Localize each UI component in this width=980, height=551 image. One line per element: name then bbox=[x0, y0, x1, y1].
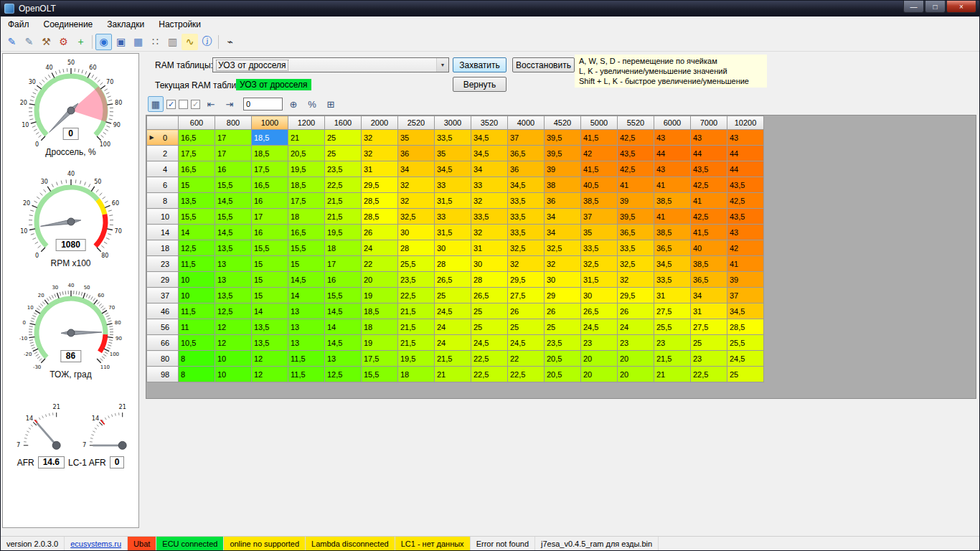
cell-0-2000[interactable]: 32 bbox=[362, 130, 398, 146]
cell-29-1600[interactable]: 16 bbox=[325, 272, 362, 288]
cell-37-600[interactable]: 10 bbox=[179, 288, 215, 303]
restore-button[interactable]: Восстановить bbox=[512, 57, 575, 72]
cell-18-10200[interactable]: 42 bbox=[727, 240, 764, 256]
cell-18-3520[interactable]: 31 bbox=[471, 240, 508, 256]
cell-14-1200[interactable]: 16,5 bbox=[288, 225, 325, 240]
cell-0-10200[interactable]: 43 bbox=[727, 130, 764, 146]
cell-29-600[interactable]: 10 bbox=[179, 272, 215, 288]
cell-8-2520[interactable]: 32 bbox=[398, 193, 435, 209]
column-header-3000[interactable]: 3000 bbox=[435, 116, 471, 130]
cell-46-4520[interactable]: 26 bbox=[545, 303, 581, 319]
cell-2-2520[interactable]: 36 bbox=[398, 146, 435, 161]
cell-29-7000[interactable]: 36,5 bbox=[691, 272, 727, 288]
cell-29-800[interactable]: 13 bbox=[215, 272, 252, 288]
cell-10-1200[interactable]: 18 bbox=[288, 209, 325, 225]
cell-23-5000[interactable]: 32,5 bbox=[581, 256, 618, 272]
cell-80-6000[interactable]: 21,5 bbox=[654, 351, 691, 367]
cell-14-1000[interactable]: 16 bbox=[252, 225, 288, 240]
table-plus-button[interactable]: ⊞ bbox=[323, 96, 339, 112]
cell-46-6000[interactable]: 27,5 bbox=[654, 303, 691, 319]
usb-plug-icon[interactable]: ⌁ bbox=[222, 34, 238, 50]
column-header-1600[interactable]: 1600 bbox=[325, 116, 362, 130]
cell-29-3520[interactable]: 28 bbox=[471, 272, 508, 288]
cell-6-6000[interactable]: 41 bbox=[654, 177, 691, 193]
row-header-8[interactable]: 8 bbox=[147, 193, 179, 209]
cell-14-600[interactable]: 14 bbox=[179, 225, 215, 240]
cell-4-6000[interactable]: 43 bbox=[654, 161, 691, 177]
cell-66-6000[interactable]: 23 bbox=[654, 335, 691, 351]
cell-56-2000[interactable]: 18 bbox=[362, 319, 398, 335]
cell-6-1200[interactable]: 18,5 bbox=[288, 177, 325, 193]
cell-14-1600[interactable]: 19,5 bbox=[325, 225, 362, 240]
cell-56-4520[interactable]: 25 bbox=[545, 319, 581, 335]
cell-37-3000[interactable]: 25 bbox=[435, 288, 471, 303]
cell-8-3520[interactable]: 32 bbox=[471, 193, 508, 209]
cell-10-2000[interactable]: 28,5 bbox=[362, 209, 398, 225]
cell-37-2520[interactable]: 22,5 bbox=[398, 288, 435, 303]
cell-2-3520[interactable]: 34,5 bbox=[471, 146, 508, 161]
cell-10-4000[interactable]: 33,5 bbox=[508, 209, 545, 225]
column-header-4520[interactable]: 4520 bbox=[545, 116, 581, 130]
column-header-5000[interactable]: 5000 bbox=[581, 116, 618, 130]
cell-66-4000[interactable]: 24,5 bbox=[508, 335, 545, 351]
cell-2-4000[interactable]: 36,5 bbox=[508, 146, 545, 161]
cell-8-5000[interactable]: 38,5 bbox=[581, 193, 618, 209]
cell-56-600[interactable]: 11 bbox=[179, 319, 215, 335]
cell-37-7000[interactable]: 34 bbox=[691, 288, 727, 303]
cell-10-2520[interactable]: 32,5 bbox=[398, 209, 435, 225]
cell-29-3000[interactable]: 26,5 bbox=[435, 272, 471, 288]
cell-18-6000[interactable]: 36,5 bbox=[654, 240, 691, 256]
column-header-2000[interactable]: 2000 bbox=[362, 116, 398, 130]
cell-46-4000[interactable]: 26 bbox=[508, 303, 545, 319]
cell-2-5000[interactable]: 42 bbox=[581, 146, 618, 161]
row-header-2[interactable]: 2 bbox=[147, 146, 179, 161]
cell-46-10200[interactable]: 34,5 bbox=[727, 303, 764, 319]
cell-8-1000[interactable]: 16 bbox=[252, 193, 288, 209]
cell-4-2000[interactable]: 31 bbox=[362, 161, 398, 177]
cell-18-1200[interactable]: 15,5 bbox=[288, 240, 325, 256]
cell-14-2000[interactable]: 26 bbox=[362, 225, 398, 240]
cell-14-10200[interactable]: 43 bbox=[727, 225, 764, 240]
close-button[interactable]: × bbox=[946, 1, 976, 13]
cell-80-600[interactable]: 8 bbox=[179, 351, 215, 367]
cell-37-3520[interactable]: 26,5 bbox=[471, 288, 508, 303]
cell-23-1600[interactable]: 17 bbox=[325, 256, 362, 272]
monitor-icon[interactable]: ▣ bbox=[113, 34, 129, 50]
cell-98-3520[interactable]: 22,5 bbox=[471, 367, 508, 382]
percent-button[interactable]: % bbox=[304, 96, 320, 112]
step-value-input[interactable] bbox=[243, 98, 283, 110]
cell-14-7000[interactable]: 41,5 bbox=[691, 225, 727, 240]
cell-66-7000[interactable]: 25 bbox=[691, 335, 727, 351]
shift-left-button[interactable]: ⇤ bbox=[203, 96, 219, 112]
cell-10-800[interactable]: 15,5 bbox=[215, 209, 252, 225]
cell-10-1600[interactable]: 21,5 bbox=[325, 209, 362, 225]
cell-23-3000[interactable]: 28 bbox=[435, 256, 471, 272]
cell-0-800[interactable]: 17 bbox=[215, 130, 252, 146]
column-header-6000[interactable]: 6000 bbox=[654, 116, 691, 130]
cell-0-7000[interactable]: 43 bbox=[691, 130, 727, 146]
cell-0-2520[interactable]: 35 bbox=[398, 130, 435, 146]
cell-4-800[interactable]: 16 bbox=[215, 161, 252, 177]
cell-23-800[interactable]: 13 bbox=[215, 256, 252, 272]
cell-46-3520[interactable]: 25 bbox=[471, 303, 508, 319]
cell-18-7000[interactable]: 40 bbox=[691, 240, 727, 256]
cell-10-600[interactable]: 15,5 bbox=[179, 209, 215, 225]
row-header-14[interactable]: 14 bbox=[147, 225, 179, 240]
cell-37-5000[interactable]: 30 bbox=[581, 288, 618, 303]
cell-0-5520[interactable]: 42,5 bbox=[618, 130, 654, 146]
row-header-0[interactable]: ▶0 bbox=[147, 130, 179, 146]
cell-37-4000[interactable]: 27,5 bbox=[508, 288, 545, 303]
row-header-4[interactable]: 4 bbox=[147, 161, 179, 177]
cell-4-3520[interactable]: 34 bbox=[471, 161, 508, 177]
cell-2-800[interactable]: 17 bbox=[215, 146, 252, 161]
row-header-23[interactable]: 23 bbox=[147, 256, 179, 272]
cell-66-1000[interactable]: 13,5 bbox=[252, 335, 288, 351]
column-header-7000[interactable]: 7000 bbox=[691, 116, 727, 130]
cell-10-3000[interactable]: 33 bbox=[435, 209, 471, 225]
cell-4-4000[interactable]: 36 bbox=[508, 161, 545, 177]
gear-icon[interactable]: ⚙ bbox=[55, 34, 72, 50]
cell-56-2520[interactable]: 21,5 bbox=[398, 319, 435, 335]
cell-18-5000[interactable]: 33,5 bbox=[581, 240, 618, 256]
cell-4-2520[interactable]: 34 bbox=[398, 161, 435, 177]
cell-23-1000[interactable]: 15 bbox=[252, 256, 288, 272]
